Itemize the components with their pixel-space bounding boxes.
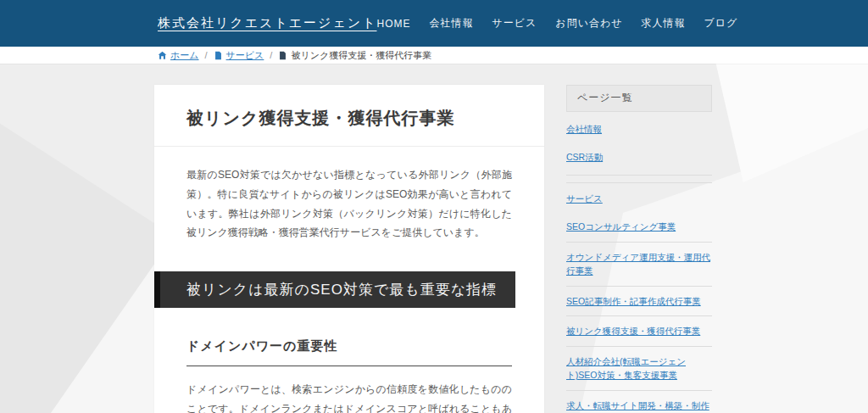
list-item: オウンドメディア運用支援・運用代行事業 <box>566 242 712 286</box>
breadcrumb-service-link[interactable]: サービス <box>226 49 264 62</box>
breadcrumb-current-label: 被リンク獲得支援・獲得代行事業 <box>291 49 431 62</box>
breadcrumb-service: サービス <box>214 49 264 62</box>
list-item: CSR活動 <box>566 143 712 171</box>
nav-item-service[interactable]: サービス <box>492 16 537 31</box>
nav-item-contact[interactable]: お問い合わせ <box>555 16 622 31</box>
list-item: 求人・転職サイト開発・構築・制作支援事業 <box>566 390 712 413</box>
breadcrumb-home-link[interactable]: ホーム <box>170 49 199 62</box>
article-card: 被リンク獲得支援・獲得代行事業 最新のSEO対策では欠かせない指標となっている外… <box>154 85 544 413</box>
lead-banner: 被リンクは最新のSEO対策で最も重要な指標 <box>154 271 515 308</box>
sidebar-link-owned-media[interactable]: オウンドメディア運用支援・運用代行事業 <box>566 251 712 278</box>
page-title: 被リンク獲得支援・獲得代行事業 <box>186 107 512 130</box>
breadcrumb-separator: / <box>270 50 272 60</box>
breadcrumb-current: 被リンク獲得支援・獲得代行事業 <box>278 49 431 62</box>
section-heading: ドメインパワーの重要性 <box>186 338 512 366</box>
list-item: SEOコンサルティング事業 <box>566 212 712 242</box>
page-content: 被リンク獲得支援・獲得代行事業 最新のSEO対策では欠かせない指標となっている外… <box>0 64 868 413</box>
breadcrumb-separator: / <box>205 50 208 60</box>
sidebar-link-seo-consulting[interactable]: SEOコンサルティング事業 <box>566 220 712 234</box>
sidebar-link-company-info[interactable]: 会社情報 <box>566 123 712 137</box>
list-item: SEO記事制作・記事作成代行事業 <box>566 286 712 316</box>
breadcrumb-home: ホーム <box>158 49 199 62</box>
brand-link[interactable]: 株式会社リクエストエージェント <box>158 15 377 31</box>
sidebar-link-recruit-agency-seo[interactable]: 人材紹介会社(転職エージェント)SEO対策・集客支援事業 <box>566 355 712 382</box>
site-header: 株式会社リクエストエージェント HOME 会社情報 サービス お問い合わせ 求人… <box>0 0 868 47</box>
nav-item-recruit[interactable]: 求人情報 <box>641 16 685 31</box>
sidebar-link-seo-articles[interactable]: SEO記事制作・記事作成代行事業 <box>566 295 712 309</box>
sidebar-link-services[interactable]: サービス <box>566 193 712 206</box>
list-item: 被リンク獲得支援・獲得代行事業 <box>566 315 712 346</box>
sidebar-link-jobsite-dev[interactable]: 求人・転職サイト開発・構築・制作支援事業 <box>566 399 712 413</box>
list-item: 人材紹介会社(転職エージェント)SEO対策・集客支援事業 <box>566 346 712 390</box>
sidebar-link-backlink[interactable]: 被リンク獲得支援・獲得代行事業 <box>566 325 712 338</box>
nav-item-home[interactable]: HOME <box>377 18 411 30</box>
page-icon <box>278 51 287 60</box>
article-header: 被リンク獲得支援・獲得代行事業 <box>154 85 544 147</box>
nav-item-company[interactable]: 会社情報 <box>430 16 474 31</box>
nav-item-blog[interactable]: ブログ <box>704 16 737 31</box>
article-paragraph: ドメインパワーとは、検索エンジンからの信頼度を数値化したもののことです。ドメイン… <box>186 380 512 413</box>
lead-banner-text: 被リンクは最新のSEO対策で最も重要な指標 <box>186 280 497 299</box>
sidebar-group-services: サービス SEOコンサルティング事業 オウンドメディア運用支援・運用代行事業 S… <box>566 182 712 413</box>
home-icon <box>158 51 167 60</box>
breadcrumb: ホーム / サービス / 被リンク獲得支援・獲得代行事業 <box>0 47 868 64</box>
sidebar-title: ページ一覧 <box>566 85 712 112</box>
sidebar-page-list: ページ一覧 会社情報 CSR活動 サービス SEOコンサルティング事業 オウンド… <box>566 85 712 413</box>
sidebar-group-company: 会社情報 CSR活動 <box>566 115 712 176</box>
article-intro: 最新のSEO対策では欠かせない指標となっている外部リンク（外部施策）。特に良質な… <box>186 165 512 243</box>
main-nav: HOME 会社情報 サービス お問い合わせ 求人情報 ブログ <box>377 16 738 31</box>
article-body: 最新のSEO対策では欠かせない指標となっている外部リンク（外部施策）。特に良質な… <box>154 165 544 413</box>
list-item: サービス <box>566 185 712 213</box>
sidebar-link-csr[interactable]: CSR活動 <box>566 151 712 165</box>
page-icon <box>214 51 223 60</box>
list-item: 会社情報 <box>566 115 712 143</box>
